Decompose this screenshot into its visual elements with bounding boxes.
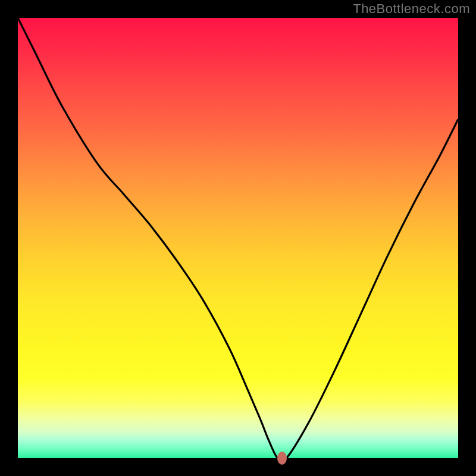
optimal-point-marker (277, 452, 287, 465)
bottleneck-curve-svg (18, 18, 458, 458)
bottleneck-curve-path (18, 18, 458, 458)
watermark-label: TheBottleneck.com (353, 1, 470, 17)
chart-container: TheBottleneck.com (0, 0, 476, 476)
chart-plot-area (18, 18, 458, 458)
